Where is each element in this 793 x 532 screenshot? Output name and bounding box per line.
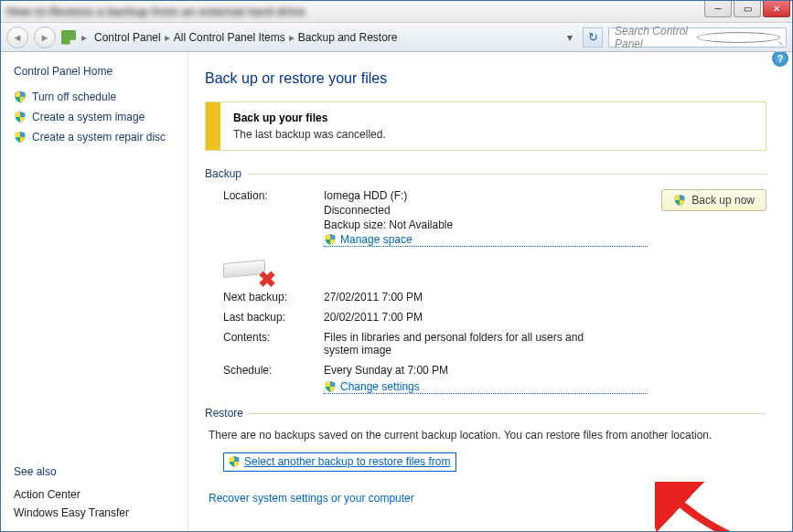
drive-status: Disconnected [324, 204, 648, 217]
location-label: Location: [223, 189, 324, 202]
bc-sep: ▸ [165, 31, 170, 44]
window-controls: ─ ▭ ✕ [702, 1, 790, 22]
manage-space-link[interactable]: Manage space [324, 233, 648, 247]
search-input[interactable]: Search Control Panel [608, 27, 787, 48]
section-heading-restore: Restore [205, 407, 766, 420]
sidebar-create-system-image[interactable]: Create a system image [14, 107, 178, 127]
divider [249, 413, 766, 414]
breadcrumb: Control Panel ▸ All Control Panel Items … [92, 28, 557, 47]
seealso-easy-transfer[interactable]: Windows Easy Transfer [14, 504, 178, 522]
section-heading-backup: Backup [205, 167, 766, 180]
shield-icon [14, 131, 27, 144]
schedule-value: Every Sunday at 7:00 PM [324, 364, 648, 377]
seealso-action-center[interactable]: Action Center [14, 485, 178, 504]
notice-title: Back up your files [233, 112, 327, 124]
divider [247, 174, 766, 175]
drive-name: Iomega HDD (F:) [324, 189, 648, 202]
section-heading-label: Restore [205, 407, 243, 420]
select-another-backup-label: Select another backup to restore files f… [244, 455, 450, 468]
backup-section: Backup Location: Iomega HDD (F:) Disconn… [205, 167, 766, 394]
shield-icon [324, 380, 337, 393]
backup-now-button[interactable]: Back up now [661, 189, 766, 211]
back-button[interactable]: ◄ [6, 27, 28, 48]
notice-body: Back up your files The last backup was c… [220, 102, 399, 150]
breadcrumb-item[interactable]: Backup and Restore [296, 28, 400, 47]
sidebar-create-repair-disc[interactable]: Create a system repair disc [14, 127, 178, 147]
shield-icon [228, 455, 241, 468]
refresh-button[interactable]: ↻ [583, 27, 603, 48]
bc-sep: ▸ [81, 31, 87, 44]
breadcrumb-item[interactable]: Control Panel [92, 28, 163, 47]
notice-accent [206, 102, 220, 150]
minimize-button[interactable]: ─ [704, 1, 732, 17]
forward-button[interactable]: ► [34, 27, 56, 48]
shield-icon [324, 233, 337, 246]
navbar: ◄ ► ▸ Control Panel ▸ All Control Panel … [1, 23, 792, 52]
error-x-icon: ✖ [258, 271, 276, 289]
select-another-backup-link[interactable]: Select another backup to restore files f… [223, 452, 456, 472]
side-link-label: Turn off schedule [32, 90, 116, 103]
shield-icon [14, 111, 27, 123]
last-backup-value: 20/02/2011 7:00 PM [324, 311, 648, 324]
sidebar: Control Panel Home Turn off schedule Cre… [1, 52, 188, 531]
search-placeholder: Search Control Panel [615, 25, 697, 50]
sidebar-home-link[interactable]: Control Panel Home [14, 65, 178, 78]
side-link-label: Create a system image [32, 111, 145, 123]
drive-size: Backup size: Not Available [324, 218, 648, 231]
notice-box: Back up your files The last backup was c… [205, 101, 766, 151]
contents-value: Files in libraries and personal folders … [324, 331, 648, 356]
schedule-label: Schedule: [223, 364, 324, 377]
restore-text: There are no backups saved on the curren… [209, 429, 766, 442]
content: ? Back up or restore your files Back up … [188, 52, 792, 531]
titlebar: How to Restore a backup from an external… [1, 1, 792, 23]
page-title: Back up or restore your files [205, 70, 766, 87]
notice-text: The last backup was cancelled. [233, 128, 386, 141]
drive-icon: ✖ [223, 258, 271, 283]
shield-icon [14, 90, 27, 103]
sidebar-turn-off-schedule[interactable]: Turn off schedule [14, 87, 178, 107]
breadcrumb-dropdown[interactable]: ▾ [563, 31, 577, 44]
shield-icon [673, 194, 686, 207]
side-link-label: Create a system repair disc [32, 131, 166, 144]
search-icon [697, 32, 781, 43]
restore-section: Restore There are no backups saved on th… [205, 407, 766, 505]
close-button[interactable]: ✕ [763, 1, 790, 17]
contents-label: Contents: [223, 331, 324, 344]
section-heading-label: Backup [205, 167, 241, 180]
bc-sep: ▸ [289, 31, 295, 44]
help-icon[interactable]: ? [772, 52, 788, 67]
breadcrumb-item[interactable]: All Control Panel Items [172, 28, 287, 47]
change-settings-link[interactable]: Change settings [324, 380, 648, 394]
recover-system-link[interactable]: Recover system settings or your computer [209, 492, 414, 505]
manage-space-label: Manage space [340, 233, 413, 246]
last-backup-label: Last backup: [223, 311, 324, 324]
maximize-button[interactable]: ▭ [734, 1, 761, 17]
backup-now-label: Back up now [691, 194, 755, 207]
next-backup-label: Next backup: [223, 291, 324, 303]
change-settings-label: Change settings [340, 380, 420, 393]
seealso-heading: See also [14, 465, 178, 478]
window-title: How to Restore a backup from an external… [6, 5, 305, 18]
control-panel-icon [61, 30, 76, 45]
next-backup-value: 27/02/2011 7:00 PM [324, 291, 648, 303]
